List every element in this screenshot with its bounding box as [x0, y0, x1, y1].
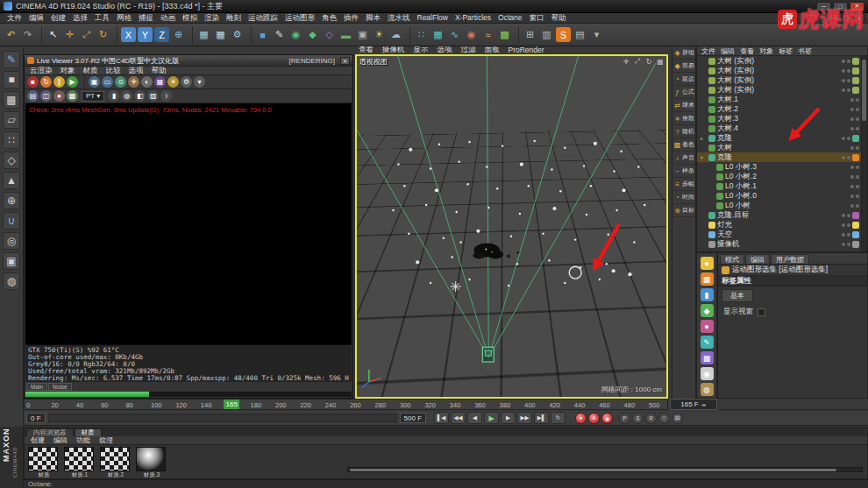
- lv-render-passes-icon[interactable]: ▦: [154, 76, 166, 88]
- visibility-dot[interactable]: [842, 243, 845, 246]
- hair-icon[interactable]: ≈: [480, 27, 495, 42]
- object-manager-menu-item[interactable]: 文件: [699, 46, 718, 56]
- menu-item[interactable]: 运动图形: [281, 13, 318, 24]
- tag-icon[interactable]: [852, 222, 859, 229]
- lv-denoiser-icon[interactable]: ◍: [121, 90, 132, 102]
- object-row[interactable]: 克隆.目标: [697, 210, 861, 220]
- lv-white-balance-icon[interactable]: ◐: [141, 76, 153, 88]
- tag-icon[interactable]: [852, 77, 859, 84]
- y-axis-lock-icon[interactable]: Y: [138, 27, 153, 42]
- visibility-dot[interactable]: [842, 233, 845, 237]
- attribute-tab[interactable]: 编辑: [745, 254, 770, 264]
- disc-tool-icon[interactable]: ◍: [701, 383, 714, 396]
- visibility-dot[interactable]: [847, 69, 850, 73]
- keyframe-selection-button[interactable]: ◉: [601, 413, 613, 424]
- render-layer-tab[interactable]: Noise: [48, 383, 72, 391]
- xpresso-icon[interactable]: ⊞: [523, 27, 537, 42]
- visibility-dot[interactable]: [856, 194, 859, 198]
- object-row[interactable]: 大树.4: [697, 124, 861, 133]
- live-viewer-titlebar[interactable]: Live Viewer 3.07-R2 中国C4D联盟中文汉化版 [RENDER…: [25, 55, 352, 66]
- end-frame-field[interactable]: 500 F: [400, 413, 426, 423]
- tag-icon[interactable]: [852, 231, 859, 238]
- visibility-dot[interactable]: [850, 185, 854, 188]
- lv-stop-icon[interactable]: ■: [27, 76, 39, 88]
- expand-icon[interactable]: ▸: [701, 135, 707, 141]
- scale-icon[interactable]: ⤢: [79, 27, 94, 42]
- visibility-dot[interactable]: [850, 127, 854, 131]
- lv-background-icon[interactable]: ▨: [147, 90, 159, 102]
- lv-render-region-icon[interactable]: ▭: [102, 76, 113, 88]
- goto-start-button[interactable]: ▌◀: [434, 412, 449, 424]
- key-rotation-button[interactable]: R: [645, 413, 657, 424]
- fracture-icon[interactable]: ▦: [430, 27, 445, 42]
- render-settings-icon[interactable]: ⚙: [230, 27, 245, 42]
- visibility-dot[interactable]: [856, 204, 859, 208]
- live-viewer-menu-item[interactable]: 比较: [103, 66, 125, 76]
- lv-camera-icon[interactable]: ▤: [27, 90, 39, 102]
- pan-view-icon[interactable]: ✛: [622, 57, 630, 66]
- texture-mode-icon[interactable]: ▩: [3, 91, 20, 109]
- current-frame-marker[interactable]: 165: [224, 400, 239, 409]
- workplane-mode-icon[interactable]: ▱: [3, 111, 20, 129]
- attribute-tab[interactable]: 用户数据: [771, 254, 809, 264]
- key-parameter-button[interactable]: ◇: [658, 413, 670, 424]
- key-scale-button[interactable]: S: [632, 413, 644, 424]
- menu-item[interactable]: 运动跟踪: [245, 13, 281, 24]
- menu-item[interactable]: 网格: [113, 13, 135, 24]
- viewport-solo-icon[interactable]: ◎: [3, 232, 20, 250]
- material-thumbnail[interactable]: [136, 447, 166, 471]
- visibility-dot[interactable]: [847, 214, 850, 217]
- visibility-dot[interactable]: [850, 146, 854, 150]
- visibility-dot[interactable]: [850, 204, 854, 208]
- scrollbar-thumb[interactable]: [350, 469, 836, 471]
- polygons-mode-icon[interactable]: ▲: [3, 172, 20, 189]
- visibility-dot[interactable]: [856, 185, 859, 188]
- effector-button[interactable]: ~样条: [672, 165, 695, 178]
- visibility-dot[interactable]: [847, 137, 850, 140]
- object-row[interactable]: ▾克隆: [697, 152, 861, 162]
- visibility-dot[interactable]: [842, 60, 845, 63]
- visibility-dot[interactable]: [842, 137, 845, 140]
- content-browser-icon[interactable]: ▤: [573, 27, 587, 42]
- lv-wireframe-icon[interactable]: ▩: [67, 90, 78, 102]
- substance-icon[interactable]: S: [556, 27, 571, 42]
- visibility-dot[interactable]: [847, 88, 850, 92]
- effector-button[interactable]: ◔延迟: [672, 73, 695, 86]
- menu-item[interactable]: 窗口: [525, 13, 547, 24]
- live-viewer-menu-item[interactable]: 帮助: [148, 66, 170, 76]
- pen-tool-icon[interactable]: ✎: [701, 336, 714, 349]
- autokeying-button[interactable]: A: [588, 413, 600, 424]
- scatter-tool-icon[interactable]: ▦: [701, 272, 714, 286]
- visibility-dot[interactable]: [850, 194, 854, 198]
- rotate-view-icon[interactable]: ↻: [644, 57, 653, 66]
- floor-icon[interactable]: ▬: [338, 27, 353, 42]
- object-row[interactable]: 大树 (实例): [697, 56, 861, 66]
- material-item[interactable]: 材质.3: [136, 447, 167, 479]
- object-manager-menu-item[interactable]: 对象: [757, 46, 776, 56]
- object-manager-scrollbar[interactable]: [861, 56, 867, 251]
- edges-mode-icon[interactable]: ◇: [3, 152, 20, 169]
- tag-properties-header[interactable]: 标签属性: [718, 276, 867, 286]
- cube-primitive-icon[interactable]: ■: [255, 27, 270, 42]
- menu-item[interactable]: 插件: [340, 13, 362, 24]
- object-row[interactable]: 灯光: [697, 220, 861, 230]
- visibility-dot[interactable]: [856, 166, 859, 169]
- object-manager-menu-item[interactable]: 查看: [737, 46, 757, 56]
- menu-item[interactable]: 编辑: [25, 13, 47, 24]
- basic-tab[interactable]: 基本: [722, 289, 753, 302]
- object-row[interactable]: L0 小树.2: [697, 172, 861, 181]
- render-picture-viewer-icon[interactable]: ▦: [213, 27, 228, 42]
- coordinate-system-icon[interactable]: ⊕: [171, 27, 186, 42]
- visibility-dot[interactable]: [842, 88, 845, 92]
- mograph-cloner-icon[interactable]: ∷: [414, 27, 429, 42]
- quantize-icon[interactable]: ◍: [3, 272, 20, 290]
- play-forward-button[interactable]: ▶: [484, 412, 499, 424]
- menu-item[interactable]: X-Particles: [452, 13, 494, 24]
- lv-settings-icon[interactable]: ⚙: [181, 76, 192, 88]
- prev-key-button[interactable]: ◀◀: [451, 412, 466, 424]
- sky-icon[interactable]: ☁: [388, 27, 403, 42]
- menu-item[interactable]: 雕刻: [223, 13, 245, 24]
- lv-clay-mode-icon[interactable]: ●: [53, 90, 65, 102]
- lv-play-icon[interactable]: ▶: [67, 76, 78, 88]
- menu-item[interactable]: 帮助: [547, 13, 569, 24]
